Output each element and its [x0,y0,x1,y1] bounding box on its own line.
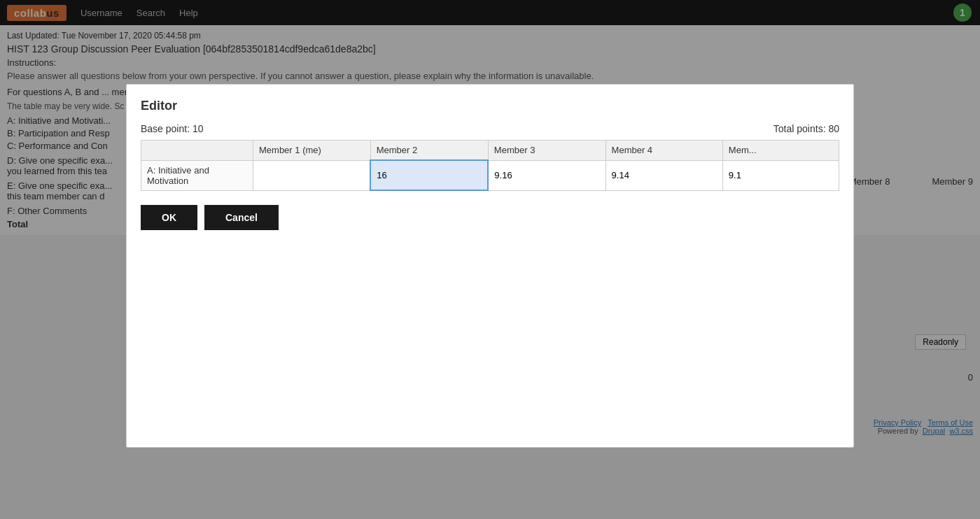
cell-member5[interactable] [722,160,839,190]
col-header-member1: Member 1 (me) [253,141,371,161]
ok-button[interactable]: OK [141,205,197,230]
modal-overlay: Editor Base point: 10 Total points: 80 M… [0,0,980,235]
row-label-initiative: A: Initiative and Motivation [141,160,253,190]
cell-member3[interactable] [488,160,606,190]
col-header-empty [141,141,253,161]
table-row: A: Initiative and Motivation [141,160,839,190]
base-point: Base point: 10 [141,123,204,134]
cell-member2[interactable] [370,160,488,190]
cell-member1-input[interactable] [259,170,364,180]
cancel-button[interactable]: Cancel [204,205,279,230]
col-header-member5: Mem... [722,141,839,161]
modal-buttons: OK Cancel [141,205,839,230]
cell-member4-input[interactable] [612,170,717,180]
col-header-member4: Member 4 [606,141,722,161]
editor-modal: Editor Base point: 10 Total points: 80 M… [126,84,854,235]
total-points: Total points: 80 [774,123,839,134]
modal-title: Editor [141,99,839,113]
cell-member4[interactable] [606,160,722,190]
col-header-member3: Member 3 [488,141,606,161]
cell-member1[interactable] [253,160,371,190]
editor-table: Member 1 (me) Member 2 Member 3 Member 4… [141,140,839,191]
cell-member3-input[interactable] [494,170,599,180]
cell-member2-input[interactable] [377,170,482,180]
col-header-member2: Member 2 [370,141,488,161]
cell-member5-input[interactable] [729,170,833,180]
modal-header: Base point: 10 Total points: 80 [141,123,839,134]
